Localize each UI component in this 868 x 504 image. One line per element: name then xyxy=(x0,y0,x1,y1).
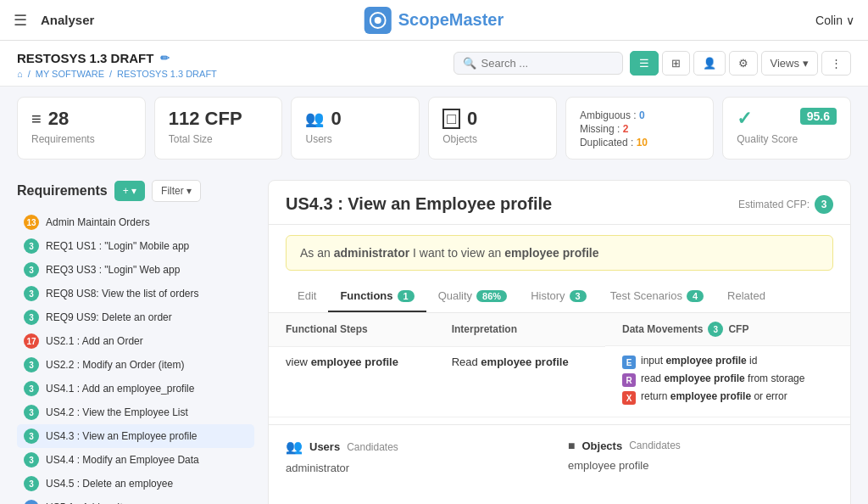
req-badge: 3 xyxy=(24,452,39,468)
quality-score-badge: 95.6 xyxy=(800,108,837,125)
req-item-label: US2.1 : Add an Order xyxy=(46,335,143,347)
us-prefix: As an xyxy=(300,246,331,260)
list-item[interactable]: 3US4.5 : Delete an employee xyxy=(17,472,254,496)
tab-test-scenarios[interactable]: Test Scenarios4 xyxy=(598,281,715,312)
estimated-cfp-value: 3 xyxy=(815,195,833,214)
tab-badge: 3 xyxy=(570,290,587,302)
settings-button[interactable]: ⚙ xyxy=(729,51,758,76)
list-item[interactable]: 3REQ9 US9: Delete an order xyxy=(17,305,254,329)
content-header: US4.3 : View an Employee profile Estimat… xyxy=(269,181,850,225)
tab-badge: 4 xyxy=(687,290,704,302)
person-button[interactable]: 👤 xyxy=(693,51,726,76)
views-button[interactable]: Views ▾ xyxy=(761,51,818,76)
req-badge: 4 xyxy=(24,500,39,504)
list-item[interactable]: 3US4.3 : View an Employee profile xyxy=(17,424,254,448)
list-item[interactable]: 13Admin Maintain Orders xyxy=(17,210,254,234)
grid-view-button[interactable]: ⊞ xyxy=(662,51,690,76)
stat-objects: □ 0 Objects xyxy=(428,97,557,160)
app-header: ☰ Analyser ScopeMaster Colin ∨ xyxy=(0,0,868,41)
data-movements-list: Einput employee profile idRread employee… xyxy=(622,355,833,405)
dm-type-badge: E xyxy=(622,356,636,369)
requirements-value: 28 xyxy=(48,108,69,130)
home-icon[interactable]: ⌂ xyxy=(17,69,23,79)
more-icon: ⋮ xyxy=(831,57,842,70)
add-requirement-button[interactable]: + ▾ xyxy=(114,181,145,201)
objects-candidates-sub: Candidates xyxy=(629,440,681,451)
req-item-label: US4.2 : View the Employee List xyxy=(46,406,188,418)
page-title: RESTOSYS 1.3 DRAFT ✏ xyxy=(17,51,217,65)
list-item[interactable]: 3REQ1 US1 : "Login" Mobile app xyxy=(17,234,254,258)
app-title: Analyser xyxy=(41,13,94,27)
search-input[interactable] xyxy=(481,57,614,70)
missing-value[interactable]: 2 xyxy=(623,123,629,135)
edit-title-icon[interactable]: ✏ xyxy=(160,52,170,64)
page-header: RESTOSYS 1.3 DRAFT ✏ ⌂ / MY SOFTWARE / R… xyxy=(0,41,868,87)
user-name: Colin xyxy=(815,14,843,27)
req-badge: 3 xyxy=(24,405,39,420)
estimated-cfp-label: Estimated CFP: xyxy=(738,199,810,210)
req-item-label: REQ8 US8: View the list of orders xyxy=(46,288,199,300)
list-item[interactable]: 17US2.1 : Add an Order xyxy=(17,329,254,353)
stats-row: ≡ 28 Requirements 112 CFP Total Size 👥 0… xyxy=(0,87,868,170)
stat-users: 👥 0 Users xyxy=(291,97,420,160)
requirements-list: 13Admin Maintain Orders3REQ1 US1 : "Logi… xyxy=(17,210,254,504)
users-value: 0 xyxy=(331,108,341,130)
req-item-label: US4.3 : View an Employee profile xyxy=(46,430,198,442)
users-label: Users xyxy=(305,133,405,145)
list-item[interactable]: 3REQ8 US8: View the list of orders xyxy=(17,282,254,305)
tab-quality[interactable]: Quality86% xyxy=(426,281,520,312)
search-box[interactable]: 🔍 xyxy=(453,52,623,75)
list-item[interactable]: 3US2.2 : Modify an Order (item) xyxy=(17,353,254,377)
list-item[interactable]: 3US4.2 : View the Employee List xyxy=(17,400,254,424)
logo-text: ScopeMaster xyxy=(398,10,504,30)
col-steps: Functional Steps xyxy=(269,313,435,346)
req-badge: 3 xyxy=(24,381,39,396)
requirements-sidebar: Requirements + ▾ Filter ▾ 13Admin Mainta… xyxy=(17,180,254,504)
list-item[interactable]: 3REQ3 US3 : "Login" Web app xyxy=(17,258,254,282)
req-badge: 3 xyxy=(24,476,39,491)
req-item-label: REQ9 US9: Delete an order xyxy=(46,311,172,323)
filter-button[interactable]: Filter ▾ xyxy=(152,180,201,202)
requirements-icon: ≡ xyxy=(31,109,42,129)
candidates-section: 👥 Users Candidates administrator ■ Objec… xyxy=(269,424,850,488)
content-panel: US4.3 : View an Employee profile Estimat… xyxy=(268,180,851,504)
app-logo: ScopeMaster xyxy=(364,7,504,34)
tab-related[interactable]: Related xyxy=(715,281,777,312)
objects-candidates-icon: ■ xyxy=(568,439,575,452)
objects-label: Objects xyxy=(442,133,542,145)
missing-label: Missing : xyxy=(580,123,620,135)
data-movement-item: Rread employee profile from storage xyxy=(622,372,833,387)
list-view-button[interactable]: ☰ xyxy=(630,51,659,76)
list-item[interactable]: 3US4.1 : Add an employee_profile xyxy=(17,377,254,400)
duplicated-value[interactable]: 10 xyxy=(637,137,648,148)
breadcrumb-my-software[interactable]: MY SOFTWARE xyxy=(36,69,104,79)
more-button[interactable]: ⋮ xyxy=(821,51,851,76)
quality-label: Quality Score xyxy=(737,133,837,145)
req-badge: 3 xyxy=(24,357,39,372)
list-item[interactable]: 4US5.1 : Add an Item xyxy=(17,496,254,504)
ambiguous-value[interactable]: 0 xyxy=(639,109,645,121)
req-badge: 3 xyxy=(24,238,39,254)
stat-quality: ✓ 95.6 Quality Score xyxy=(722,97,851,160)
objects-candidates: ■ Objects Candidates employee profile xyxy=(568,439,833,474)
data-movement-item: Xreturn employee profile or error xyxy=(622,390,833,405)
objects-candidates-value: employee profile xyxy=(568,459,833,472)
step-bold: employee profile xyxy=(311,356,398,368)
stat-requirements: ≡ 28 Requirements xyxy=(17,97,146,160)
tab-history[interactable]: History3 xyxy=(519,281,598,312)
data-movements-cell: Einput employee profile idRread employee… xyxy=(605,346,850,417)
breadcrumb: ⌂ / MY SOFTWARE / RESTOSYS 1.3 DRAFT xyxy=(17,69,217,79)
main-content: Requirements + ▾ Filter ▾ 13Admin Mainta… xyxy=(0,170,868,504)
tab-functions[interactable]: Functions1 xyxy=(328,281,426,312)
list-icon: ☰ xyxy=(639,57,649,70)
interpretation-cell: Read employee profile xyxy=(435,346,605,417)
menu-icon[interactable]: ☰ xyxy=(14,11,27,30)
dm-type-badge: R xyxy=(622,373,636,387)
cfp-table-badge: 3 xyxy=(708,322,723,337)
user-menu[interactable]: Colin ∨ xyxy=(815,14,854,27)
tab-edit[interactable]: Edit xyxy=(286,281,328,312)
users-candidates-value: administrator xyxy=(286,462,551,474)
list-item[interactable]: 3US4.4 : Modify an Employee Data xyxy=(17,448,254,472)
views-label: Views xyxy=(771,57,799,70)
users-candidates-sub: Candidates xyxy=(347,441,398,453)
